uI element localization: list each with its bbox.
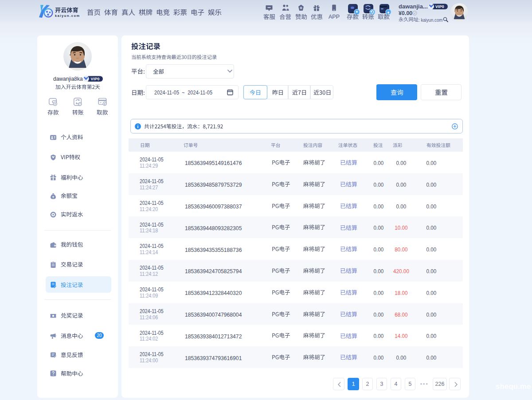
svg-text:VIP0: VIP0 <box>435 4 444 9</box>
svg-text:VIP0: VIP0 <box>91 77 100 81</box>
